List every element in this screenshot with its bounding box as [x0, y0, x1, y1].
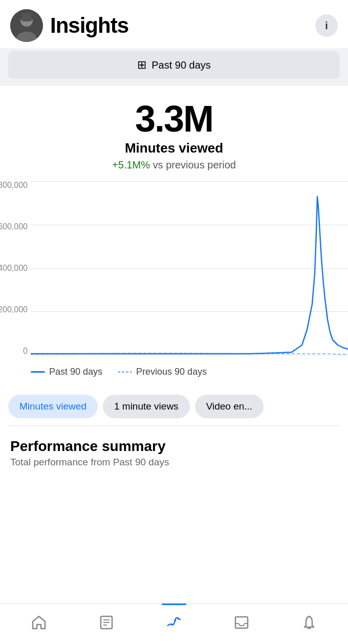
performance-subtitle: Total performance from Past 90 days	[10, 457, 338, 468]
y-label-600k: 600,000	[0, 223, 28, 231]
page-title: Insights	[50, 13, 128, 38]
calendar-icon: ⊞	[137, 58, 146, 72]
svg-rect-4	[21, 13, 32, 16]
legend-label-current: Past 90 days	[49, 367, 102, 377]
svg-point-10	[174, 619, 176, 621]
current-period-line	[31, 197, 348, 354]
y-label-200k: 200,000	[0, 306, 28, 314]
nav-item-notifications[interactable]	[275, 604, 343, 644]
legend-label-previous: Previous 90 days	[136, 367, 207, 377]
nav-item-inbox[interactable]	[208, 604, 275, 644]
content-spacer	[0, 476, 348, 507]
nav-active-indicator	[162, 604, 186, 605]
bell-icon	[301, 614, 317, 633]
y-label-0: 0	[23, 347, 28, 355]
metric-label: Minutes viewed	[10, 140, 338, 156]
info-button[interactable]: i	[315, 14, 338, 37]
pill-minutes-viewed[interactable]: Minutes viewed	[8, 395, 98, 418]
performance-title: Performance summary	[10, 438, 338, 455]
bottom-nav	[0, 603, 348, 644]
pills-section: Minutes viewed 1 minute views Video en..…	[0, 388, 348, 425]
avatar	[10, 9, 43, 42]
header-left: Insights	[10, 9, 128, 42]
y-label-400k: 400,000	[0, 264, 28, 272]
legend-line-solid	[31, 371, 45, 373]
svg-point-11	[177, 617, 179, 619]
nav-item-home[interactable]	[5, 604, 73, 644]
date-filter-button[interactable]: ⊞ Past 90 days	[8, 51, 340, 79]
metric-value: 3.3M	[10, 100, 338, 137]
metric-comparison: +5.1M% vs previous period	[10, 159, 338, 171]
chart-svg	[31, 181, 348, 355]
info-icon: i	[325, 20, 328, 32]
y-label-800k: 800,000	[0, 181, 28, 189]
chart-area	[31, 181, 348, 355]
chart-y-axis: 800,000 600,000 400,000 200,000 0	[0, 181, 31, 355]
header: Insights i	[0, 0, 348, 48]
home-icon	[31, 614, 47, 633]
metric-positive-change: +5.1M%	[112, 159, 150, 170]
chart-legend: Past 90 days Previous 90 days	[0, 360, 348, 388]
nav-item-content[interactable]	[73, 604, 140, 644]
legend-item-previous: Previous 90 days	[118, 367, 207, 377]
insights-icon	[166, 614, 182, 633]
svg-point-9	[171, 624, 173, 626]
metric-section: 3.3M Minutes viewed +5.1M% vs previous p…	[0, 86, 348, 176]
date-filter-section: ⊞ Past 90 days	[0, 48, 348, 86]
pill-video-en[interactable]: Video en...	[195, 395, 264, 418]
nav-item-insights[interactable]	[140, 604, 208, 644]
metric-comparison-suffix: vs previous period	[150, 159, 236, 170]
performance-section: Performance summary Total performance fr…	[0, 426, 348, 476]
inbox-icon	[233, 614, 250, 633]
content-icon	[98, 614, 115, 633]
date-filter-label: Past 90 days	[151, 59, 211, 71]
chart-section: 800,000 600,000 400,000 200,000 0	[0, 176, 348, 360]
legend-line-dashed	[118, 371, 132, 373]
pill-1-minute-views[interactable]: 1 minute views	[103, 395, 190, 418]
svg-rect-12	[235, 617, 248, 628]
legend-item-current: Past 90 days	[31, 367, 102, 377]
